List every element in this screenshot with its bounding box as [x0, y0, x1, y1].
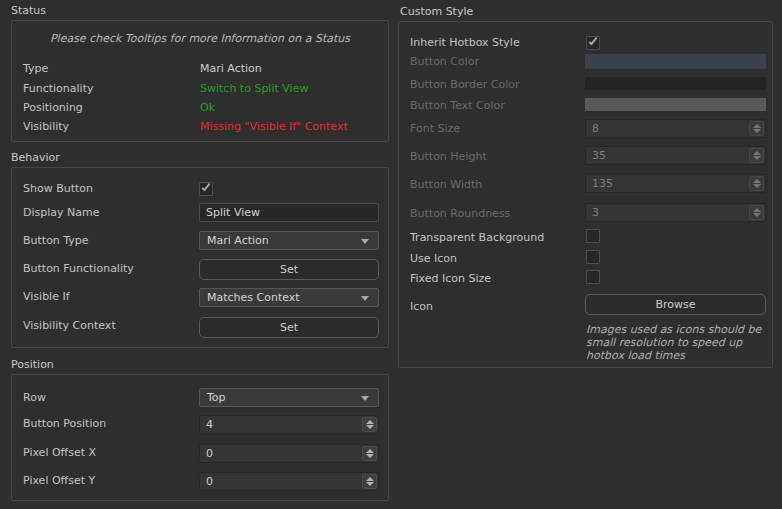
checkmark-icon — [589, 36, 598, 45]
row-dropdown[interactable]: Top — [199, 388, 379, 407]
visibility-context-set-button[interactable]: Set — [199, 317, 379, 338]
pixel-offset-y-value: 0 — [206, 473, 213, 490]
display-name-label: Display Name — [23, 206, 100, 220]
spin-up-icon[interactable] — [366, 420, 374, 424]
visibility-label: Visibility — [23, 120, 69, 134]
transparent-background-checkbox[interactable] — [586, 229, 600, 243]
visibility-context-label: Visibility Context — [23, 319, 116, 333]
behavior-group-title: Behavior — [11, 151, 60, 164]
row-label: Row — [23, 391, 46, 405]
button-text-color-label: Button Text Color — [410, 99, 505, 113]
button-text-color-swatch — [585, 98, 766, 111]
button-width-value: 135 — [592, 175, 613, 192]
status-note: Please check Tooltips for more Informati… — [12, 32, 388, 45]
font-size-spinner: 8 — [585, 119, 766, 138]
button-roundness-value: 3 — [592, 204, 599, 221]
visible-if-label: Visible If — [23, 290, 70, 304]
spin-up-icon — [753, 179, 761, 183]
dropdown-arrow-icon — [361, 396, 369, 401]
behavior-groupbox: Show Button Display Name Split View Butt… — [11, 167, 389, 348]
button-position-label: Button Position — [23, 417, 106, 431]
spin-down-icon[interactable] — [366, 425, 374, 429]
spin-down-icon[interactable] — [366, 482, 374, 486]
button-border-color-label: Button Border Color — [410, 78, 519, 92]
visible-if-dropdown-value: Matches Context — [207, 291, 300, 304]
spin-down-icon — [753, 129, 761, 133]
positioning-label: Positioning — [23, 101, 83, 115]
fixed-icon-size-label: Fixed Icon Size — [410, 272, 491, 286]
fixed-icon-size-checkbox[interactable] — [586, 270, 600, 284]
show-button-label: Show Button — [23, 182, 93, 196]
inherit-hotbox-style-label: Inherit Hotbox Style — [410, 36, 520, 50]
position-groupbox: Row Top Button Position 4 Pixel Offset X… — [11, 374, 389, 501]
button-width-label: Button Width — [410, 178, 482, 192]
pixel-offset-x-value: 0 — [206, 445, 213, 462]
positioning-status: Ok — [200, 101, 215, 115]
button-position-value: 4 — [206, 416, 213, 433]
button-functionality-label: Button Functionality — [23, 262, 134, 276]
button-roundness-label: Button Roundness — [410, 207, 510, 221]
spin-down-icon — [753, 184, 761, 188]
use-icon-checkbox[interactable] — [586, 250, 600, 264]
row-dropdown-value: Top — [207, 391, 226, 404]
type-label: Type — [23, 62, 48, 76]
button-position-spinner[interactable]: 4 — [199, 415, 379, 434]
spin-down-icon — [753, 213, 761, 217]
dropdown-arrow-icon — [361, 296, 369, 301]
spin-down-icon[interactable] — [366, 454, 374, 458]
button-height-label: Button Height — [410, 150, 487, 164]
visibility-status: Missing "Visible If" Context — [200, 120, 348, 134]
pixel-offset-x-spinner[interactable]: 0 — [199, 444, 379, 463]
button-height-spinner: 35 — [585, 146, 766, 165]
spin-up-icon[interactable] — [366, 449, 374, 453]
spin-down-icon — [753, 156, 761, 160]
icon-browse-button[interactable]: Browse — [585, 294, 766, 315]
spin-up-icon — [753, 151, 761, 155]
transparent-background-label: Transparent Background — [410, 231, 544, 245]
status-groupbox: Please check Tooltips for more Informati… — [11, 20, 389, 142]
font-size-label: Font Size — [410, 122, 460, 136]
status-group-title: Status — [11, 4, 46, 17]
show-button-checkbox[interactable] — [199, 182, 213, 196]
button-functionality-set-button[interactable]: Set — [199, 259, 379, 280]
button-height-value: 35 — [592, 147, 606, 164]
button-type-dropdown-value: Mari Action — [207, 234, 269, 247]
dropdown-arrow-icon — [361, 239, 369, 244]
spin-up-icon[interactable] — [366, 477, 374, 481]
spin-up-icon — [753, 124, 761, 128]
checkmark-icon — [202, 182, 211, 191]
spin-up-icon — [753, 208, 761, 212]
button-color-label: Button Color — [410, 55, 479, 69]
button-type-label: Button Type — [23, 234, 89, 248]
inherit-hotbox-style-checkbox[interactable] — [586, 36, 600, 50]
functionality-label: Functionality — [23, 82, 93, 96]
button-type-dropdown[interactable]: Mari Action — [199, 231, 379, 250]
display-name-input[interactable]: Split View — [199, 203, 379, 222]
button-width-spinner: 135 — [585, 174, 766, 193]
use-icon-label: Use Icon — [410, 252, 457, 266]
button-roundness-spinner: 3 — [585, 203, 766, 222]
custom-style-groupbox: Inherit Hotbox Style Button Color Button… — [398, 21, 773, 368]
functionality-status: Switch to Split View — [200, 82, 308, 96]
button-color-swatch — [585, 54, 766, 69]
icon-label: Icon — [410, 300, 433, 314]
font-size-value: 8 — [592, 120, 599, 137]
type-value: Mari Action — [200, 62, 262, 76]
pixel-offset-y-spinner[interactable]: 0 — [199, 472, 379, 491]
custom-style-group-title: Custom Style — [400, 5, 473, 18]
pixel-offset-y-label: Pixel Offset Y — [23, 474, 95, 488]
position-group-title: Position — [11, 358, 54, 371]
icon-note: Images used as icons should be small res… — [586, 323, 768, 362]
visible-if-dropdown[interactable]: Matches Context — [199, 288, 379, 307]
pixel-offset-x-label: Pixel Offset X — [23, 446, 96, 460]
button-border-color-swatch — [585, 77, 766, 90]
